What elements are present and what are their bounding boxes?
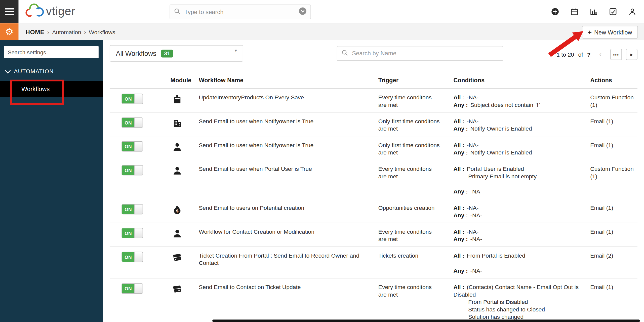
pagination-total[interactable]: ? [587,51,591,58]
workflow-name-link[interactable]: Send Email to users on Potential creatio… [194,199,375,223]
workflow-toggle[interactable]: ON [122,141,143,152]
toggle-on-label: ON [122,205,134,214]
contact-module-icon [172,141,182,152]
pagination-range: 1 to 20 [556,51,574,58]
workflow-name-link[interactable]: UpdateInventoryProducts On Every Save [194,89,375,112]
calendar-icon[interactable] [570,7,579,16]
workflow-toggle[interactable]: ON [122,252,143,262]
sidebar-item-workflows[interactable]: Workflows [0,81,103,97]
cond-any-label: Any : [454,101,468,108]
workflow-actions: Custom Function (1) [586,160,637,199]
cond-line: -NA- [467,228,478,235]
add-circle-icon[interactable] [550,7,559,16]
toggle-knob [134,252,143,262]
table-row: ONSend Email to user when Notifyowner is… [110,136,637,160]
col-workflow-name: Workflow Name [194,77,375,83]
cond-all-label: All : [454,205,464,211]
workflow-conditions: All :(Contacts) Contact Name - Email Opt… [450,278,587,322]
table-row: ONSend Email to user when Portal User is… [110,160,637,199]
search-by-name-input[interactable] [351,50,499,57]
breadcrumb-workflows[interactable]: Workflows [89,28,115,35]
ticket-module-icon [172,284,182,294]
cond-line: -NA- [470,212,482,218]
breadcrumb: HOME › Automation › Workflows [25,28,115,35]
cond-line: -NA- [467,118,478,125]
cond-line: -NA- [467,142,478,148]
chevron-right-icon[interactable]: ▸ [626,49,637,60]
cond-any-label: Any : [454,188,468,195]
settings-search-input[interactable] [4,46,99,58]
workflow-actions: Email (1) [586,199,637,223]
new-workflow-button[interactable]: + New Workflow [582,26,638,39]
workflow-name-link[interactable]: Workflow for Contact Creation or Modific… [194,223,375,247]
vtiger-cloud-icon [24,3,45,21]
toggle-knob [134,284,143,293]
cond-line: Status has changed to Closed [468,306,579,313]
workflow-trigger: Every time conditons are met [375,278,450,322]
horizontal-scrollbar[interactable] [212,319,640,322]
workflow-name-link[interactable]: Send Email to user when Notifyowner is T… [194,136,375,160]
table-header: Module Workflow Name Trigger Conditions … [110,73,637,89]
pagination-more-button[interactable]: ••• [610,49,622,60]
workflow-name-link[interactable]: Send Email to user when Notifyowner is T… [194,112,375,136]
cond-all-label: All : [454,284,464,290]
workflow-actions: Email (2) [586,247,637,278]
sidebar-section-automation[interactable]: AUTOMATION [0,58,103,74]
table-row: ONSend Email to user when Notifyowner is… [110,112,637,136]
search-scope-chevron-icon[interactable] [299,7,307,17]
cond-line: -NA- [470,267,482,274]
chevron-left-icon[interactable]: ‹ [595,49,606,60]
workflow-toggle[interactable]: ON [122,165,143,175]
search-by-name[interactable] [337,46,503,61]
pagination-of: of [578,51,583,58]
top-bar: vtiger [0,0,644,23]
cond-line: -NA- [470,236,482,242]
settings-gear-icon[interactable]: ⚙ [0,23,18,40]
cond-line: From Portal is Enabled [467,252,525,259]
workflow-trigger: Opportunities creation [375,199,450,223]
table-row: ONSend Email to Contact on Ticket Update… [110,278,637,322]
breadcrumb-home[interactable]: HOME [25,28,44,35]
workflows-table: Module Workflow Name Trigger Conditions … [110,73,637,322]
chart-icon[interactable] [589,7,598,16]
cond-all-label: All : [454,228,464,235]
cond-line: -NA- [467,94,478,101]
workflow-actions: Email (1) [586,223,637,247]
workflow-actions: Email (1) [586,136,637,160]
toggle-knob [134,94,143,104]
workflow-toggle[interactable]: ON [122,204,143,214]
user-icon[interactable] [628,7,637,16]
global-search-input[interactable] [184,8,299,16]
cond-any-label: Any : [454,236,468,242]
workflow-name-link[interactable]: Send Email to user when Portal User is T… [194,160,375,199]
workflow-table-body: ONUpdateInventoryProducts On Every SaveE… [110,89,637,322]
organization-module-icon [172,117,182,128]
workflow-toggle[interactable]: ON [122,117,143,128]
cond-line: Portal User is Enabled [467,166,524,172]
toggle-on-label: ON [122,94,134,104]
workflow-conditions: All :-NA-Any :Subject does not contain `… [450,89,587,112]
col-toggle [110,77,165,83]
tasks-icon[interactable] [608,7,617,16]
workflow-toggle[interactable]: ON [122,228,143,238]
workflow-name-link[interactable]: Ticket Creation From Portal : Send Email… [194,247,375,278]
workflow-trigger: Every time conditons are met [375,89,450,112]
vtiger-logo[interactable]: vtiger [24,3,75,21]
contact-module-icon [172,165,182,176]
dropdown-caret-icon: ▾ [235,48,237,53]
breadcrumb-automation[interactable]: Automation [52,28,81,35]
table-row: ON$Send Email to users on Potential crea… [110,199,637,223]
workflow-actions: Custom Function (1) [586,89,637,112]
search-icon [341,49,348,58]
workflow-toggle[interactable]: ON [122,284,143,294]
logo-wordmark: vtiger [46,5,75,18]
global-search[interactable] [170,5,311,19]
toggle-on-label: ON [122,228,134,238]
hamburger-menu-icon[interactable] [0,0,18,23]
vtiger-settings-page: vtiger ⚙ HOME › Automation › Workflows +… [0,0,644,322]
cond-line: Subject does not contain `!` [470,101,540,108]
workflow-name-link[interactable]: Send Email to Contact on Ticket Update [194,278,375,322]
workflow-filter-select[interactable]: All Workflows 31 ▾ [110,45,243,62]
workflow-trigger: Tickets creation [375,247,450,278]
workflow-toggle[interactable]: ON [122,94,143,104]
